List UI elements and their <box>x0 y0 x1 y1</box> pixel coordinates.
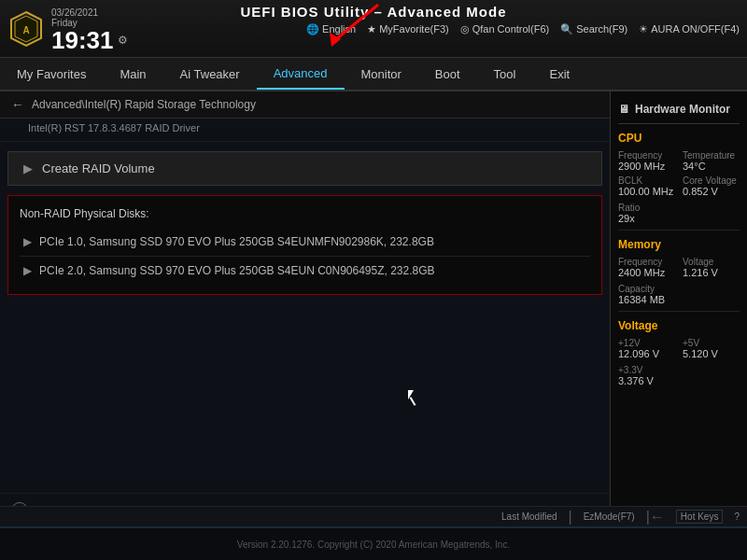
date-display: 03/26/2021 <box>51 7 128 18</box>
svg-text:A: A <box>22 25 29 35</box>
nav-main[interactable]: Main <box>103 58 162 90</box>
svg-marker-1 <box>330 33 341 47</box>
memory-grid: Frequency 2400 MHz Voltage 1.216 V <box>618 257 740 278</box>
nav-favorites-label: My Favorites <box>17 67 86 81</box>
disk-label-2: PCIe 2.0, Samsung SSD 970 EVO Plus 250GB… <box>39 264 435 277</box>
memory-section-title: Memory <box>618 238 740 251</box>
monitor-icon: 🖥 <box>618 103 629 116</box>
create-raid-label: Create RAID Volume <box>42 161 155 175</box>
aura-btn[interactable]: ☀ AURA ON/OFF(F4) <box>639 22 740 35</box>
settings-icon[interactable]: ⚙ <box>118 34 128 47</box>
last-modified-label: Last Modified <box>501 511 557 522</box>
cpu-grid: Frequency 2900 MHz Temperature 34°C BCLK… <box>618 150 740 197</box>
hw-monitor-label: Hardware Monitor <box>635 103 730 116</box>
disk-item-2[interactable]: ▶ PCIe 2.0, Samsung SSD 970 EVO Plus 250… <box>20 259 590 283</box>
cpu-ratio-label: Ratio <box>618 203 740 213</box>
nav-monitor-label: Monitor <box>361 67 402 81</box>
nav-ai-tweaker[interactable]: Ai Tweaker <box>163 58 257 90</box>
asus-logo: A <box>7 10 45 48</box>
nav-tool-label: Tool <box>494 67 516 81</box>
disk-arrow-icon-2: ▶ <box>23 264 32 277</box>
v5-area: +5V 5.120 V <box>683 338 740 359</box>
myfavorites-label: MyFavorite(F3) <box>379 23 449 35</box>
voltage-grid: +12V 12.096 V +5V 5.120 V <box>618 338 740 359</box>
breadcrumb-bar: ← Advanced\Intel(R) Rapid Storage Techno… <box>0 91 610 119</box>
nav-ai-tweaker-label: Ai Tweaker <box>180 67 240 81</box>
cpu-bclk-label: BCLK 100.00 MHz <box>618 175 675 197</box>
voltage-section-title: Voltage <box>618 319 740 332</box>
aura-label: AURA ON/OFF(F4) <box>651 23 740 35</box>
cpu-temp-label: Temperature 34°C <box>683 150 740 172</box>
nav-advanced-label: Advanced <box>274 66 328 80</box>
search-label: Search(F9) <box>576 23 627 35</box>
status-bar: Last Modified | EzMode(F7) |← Hot Keys ? <box>0 506 747 526</box>
create-raid-volume-btn[interactable]: ▶ Create RAID Volume <box>7 151 602 186</box>
cpu-ratio-area: Ratio 29x <box>618 203 740 224</box>
disk-arrow-icon-1: ▶ <box>23 235 32 248</box>
nav-tool[interactable]: Tool <box>477 58 533 90</box>
search-icon: 🔍 <box>560 22 573 35</box>
nav-favorites[interactable]: My Favorites <box>0 58 103 90</box>
nav-boot-label: Boot <box>435 67 460 81</box>
nav-advanced[interactable]: Advanced <box>257 58 345 90</box>
datetime-area: 03/26/2021 Friday 19:31 ⚙ <box>51 7 128 52</box>
cpu-ratio-value: 29x <box>618 213 740 224</box>
nav-boot[interactable]: Boot <box>418 58 477 90</box>
footer-bar: Version 2.20.1276. Copyright (C) 2020 Am… <box>0 526 747 560</box>
disk-separator <box>20 256 590 257</box>
page-subtitle: Intel(R) RST 17.8.3.4687 RAID Driver <box>0 119 610 142</box>
cursor-pointer <box>408 390 419 407</box>
nav-monitor[interactable]: Monitor <box>345 58 418 90</box>
hw-divider-2 <box>618 311 740 312</box>
hardware-monitor-panel: 🖥 Hardware Monitor CPU Frequency 2900 MH… <box>610 91 747 526</box>
search-btn[interactable]: 🔍 Search(F9) <box>560 22 627 35</box>
mem-voltage-area: Voltage 1.216 V <box>683 257 740 278</box>
copyright-text: Version 2.20.1276. Copyright (C) 2020 Am… <box>11 539 736 550</box>
nonraid-title: Non-RAID Physical Disks: <box>20 207 590 220</box>
nav-exit-label: Exit <box>549 67 570 81</box>
aura-icon: ☀ <box>639 22 648 35</box>
time-display: 19:31 <box>51 28 114 52</box>
cpu-section-title: CPU <box>618 132 740 145</box>
mem-freq-area: Frequency 2400 MHz <box>618 257 675 278</box>
mem-capacity-area: Capacity 16384 MB <box>618 284 740 305</box>
disk-item-1[interactable]: ▶ PCIe 1.0, Samsung SSD 970 EVO Plus 250… <box>20 230 590 254</box>
disk-label-1: PCIe 1.0, Samsung SSD 970 EVO Plus 250GB… <box>39 235 434 248</box>
hw-divider-1 <box>618 230 740 231</box>
v12-area: +12V 12.096 V <box>618 338 675 359</box>
qfan-label: Qfan Control(F6) <box>472 23 550 35</box>
main-area: ← Advanced\Intel(R) Rapid Storage Techno… <box>0 91 747 526</box>
cpu-core-voltage-label: Core Voltage 0.852 V <box>683 175 740 197</box>
ez-mode-btn[interactable]: EzMode(F7) <box>584 511 635 522</box>
nav-exit[interactable]: Exit <box>532 58 586 90</box>
back-arrow-icon[interactable]: ← <box>11 97 24 112</box>
nav-bar: My Favorites Main Ai Tweaker Advanced Mo… <box>0 58 747 91</box>
cpu-freq-label: Frequency 2900 MHz <box>618 150 675 172</box>
qfan-btn[interactable]: ◎ Qfan Control(F6) <box>460 22 550 35</box>
hot-keys-btn[interactable]: Hot Keys <box>676 510 724 524</box>
fan-icon: ◎ <box>460 22 470 35</box>
hw-monitor-title: 🖥 Hardware Monitor <box>618 99 740 124</box>
nav-main-label: Main <box>120 67 146 81</box>
nonraid-disks-box: Non-RAID Physical Disks: ▶ PCIe 1.0, Sam… <box>7 195 602 295</box>
red-arrow-indicator <box>313 0 388 56</box>
expand-arrow-icon: ▶ <box>23 161 33 175</box>
breadcrumb: Advanced\Intel(R) Rapid Storage Technolo… <box>32 98 256 111</box>
svg-line-0 <box>336 5 378 39</box>
content-area: ← Advanced\Intel(R) Rapid Storage Techno… <box>0 91 610 526</box>
v33-area: +3.3V 3.376 V <box>618 365 740 386</box>
